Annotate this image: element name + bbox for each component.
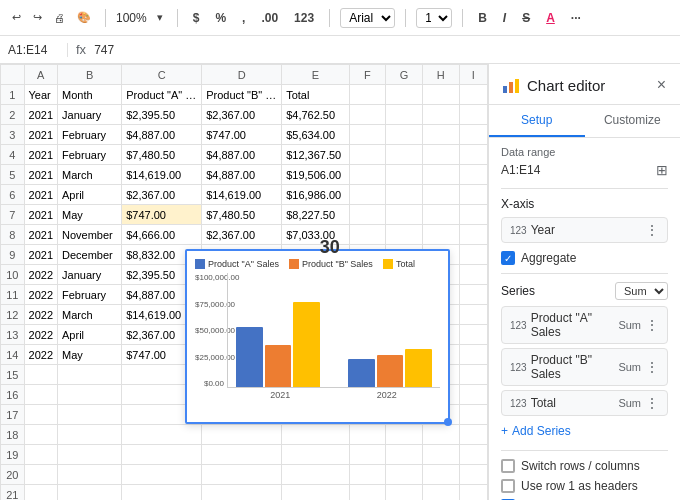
table-cell[interactable]: $4,762.50 bbox=[282, 105, 349, 125]
italic-button[interactable]: I bbox=[498, 9, 511, 27]
table-icon[interactable]: ⊞ bbox=[656, 162, 668, 178]
table-cell[interactable] bbox=[24, 465, 57, 485]
table-cell[interactable]: November bbox=[58, 225, 122, 245]
table-cell[interactable] bbox=[24, 485, 57, 501]
table-cell[interactable] bbox=[422, 205, 459, 225]
table-cell[interactable]: January bbox=[58, 105, 122, 125]
currency-button[interactable]: $ bbox=[188, 9, 205, 27]
table-cell[interactable] bbox=[24, 445, 57, 465]
table-cell[interactable]: $2,367.00 bbox=[202, 225, 282, 245]
table-cell[interactable]: $2,367.00 bbox=[202, 105, 282, 125]
col-header-d[interactable]: D bbox=[202, 65, 282, 85]
table-cell[interactable] bbox=[58, 425, 122, 445]
table-cell[interactable] bbox=[349, 485, 386, 501]
table-cell[interactable]: 2021 bbox=[24, 145, 57, 165]
table-cell[interactable]: Year bbox=[24, 85, 57, 105]
table-cell[interactable] bbox=[386, 225, 423, 245]
table-cell[interactable]: $4,887.00 bbox=[202, 165, 282, 185]
table-cell[interactable] bbox=[422, 465, 459, 485]
table-cell[interactable] bbox=[202, 465, 282, 485]
decimal-button[interactable]: .00 bbox=[256, 9, 283, 27]
table-cell[interactable] bbox=[422, 485, 459, 501]
table-cell[interactable]: $16,986.00 bbox=[282, 185, 349, 205]
table-cell[interactable]: $5,634.00 bbox=[282, 125, 349, 145]
table-cell[interactable] bbox=[422, 145, 459, 165]
table-cell[interactable] bbox=[459, 485, 487, 501]
table-cell[interactable]: March bbox=[58, 165, 122, 185]
strikethrough-button[interactable]: S bbox=[517, 9, 535, 27]
table-cell[interactable]: 2022 bbox=[24, 345, 57, 365]
col-header-i[interactable]: I bbox=[459, 65, 487, 85]
table-cell[interactable]: $2,395.50 bbox=[122, 105, 202, 125]
table-cell[interactable] bbox=[58, 465, 122, 485]
table-cell[interactable] bbox=[386, 165, 423, 185]
table-cell[interactable]: 2021 bbox=[24, 225, 57, 245]
zoom-level[interactable]: 100% bbox=[116, 11, 147, 25]
table-cell[interactable] bbox=[459, 465, 487, 485]
chart-resize-handle[interactable] bbox=[444, 418, 452, 426]
table-cell[interactable]: $2,367.00 bbox=[122, 185, 202, 205]
table-cell[interactable]: April bbox=[58, 325, 122, 345]
table-cell[interactable]: February bbox=[58, 145, 122, 165]
table-cell[interactable]: Product "B" Sales bbox=[202, 85, 282, 105]
bold-button[interactable]: B bbox=[473, 9, 492, 27]
table-cell[interactable] bbox=[422, 225, 459, 245]
table-cell[interactable] bbox=[422, 425, 459, 445]
table-cell[interactable]: 2021 bbox=[24, 105, 57, 125]
col-header-e[interactable]: E bbox=[282, 65, 349, 85]
table-cell[interactable]: $14,619.00 bbox=[122, 165, 202, 185]
table-cell[interactable]: 2021 bbox=[24, 185, 57, 205]
table-cell[interactable]: February bbox=[58, 125, 122, 145]
text-color-button[interactable]: A bbox=[541, 9, 560, 27]
series-row-b[interactable]: 123 Product "B" Sales Sum ⋮ bbox=[501, 348, 668, 386]
close-button[interactable]: × bbox=[655, 74, 668, 96]
table-cell[interactable]: 2021 bbox=[24, 125, 57, 145]
table-cell[interactable] bbox=[282, 425, 349, 445]
table-cell[interactable] bbox=[386, 145, 423, 165]
table-cell[interactable]: 2022 bbox=[24, 265, 57, 285]
table-cell[interactable] bbox=[386, 105, 423, 125]
table-cell[interactable] bbox=[349, 165, 386, 185]
table-cell[interactable]: March bbox=[58, 305, 122, 325]
table-cell[interactable] bbox=[422, 85, 459, 105]
table-cell[interactable] bbox=[459, 265, 487, 285]
table-cell[interactable] bbox=[459, 345, 487, 365]
series-agg-select[interactable]: Sum bbox=[615, 282, 668, 300]
table-cell[interactable] bbox=[459, 85, 487, 105]
print-button[interactable]: 🖨 bbox=[50, 10, 69, 26]
table-cell[interactable] bbox=[459, 405, 487, 425]
comma-button[interactable]: , bbox=[237, 9, 250, 27]
table-cell[interactable]: April bbox=[58, 185, 122, 205]
series-row-total[interactable]: 123 Total Sum ⋮ bbox=[501, 390, 668, 416]
table-cell[interactable]: January bbox=[58, 265, 122, 285]
table-cell[interactable] bbox=[386, 205, 423, 225]
table-cell[interactable] bbox=[386, 445, 423, 465]
table-cell[interactable] bbox=[349, 465, 386, 485]
table-cell[interactable] bbox=[349, 125, 386, 145]
table-cell[interactable]: May bbox=[58, 205, 122, 225]
table-cell[interactable] bbox=[459, 165, 487, 185]
col-header-b[interactable]: B bbox=[58, 65, 122, 85]
table-cell[interactable]: $4,887.00 bbox=[122, 125, 202, 145]
aggregate-checkbox[interactable]: ✓ bbox=[501, 251, 515, 265]
series-b-menu[interactable]: ⋮ bbox=[645, 359, 659, 375]
table-cell[interactable] bbox=[386, 425, 423, 445]
table-cell[interactable] bbox=[58, 385, 122, 405]
table-cell[interactable] bbox=[386, 125, 423, 145]
table-cell[interactable]: $4,887.00 bbox=[202, 145, 282, 165]
table-cell[interactable] bbox=[202, 445, 282, 465]
font-size-select[interactable]: 10 bbox=[416, 8, 452, 28]
table-cell[interactable]: $12,367.50 bbox=[282, 145, 349, 165]
undo-button[interactable]: ↩ bbox=[8, 9, 25, 26]
table-cell[interactable]: 2022 bbox=[24, 325, 57, 345]
table-cell[interactable]: 2022 bbox=[24, 305, 57, 325]
table-cell[interactable] bbox=[459, 285, 487, 305]
table-cell[interactable]: $7,480.50 bbox=[122, 145, 202, 165]
table-cell[interactable]: 2021 bbox=[24, 205, 57, 225]
table-cell[interactable] bbox=[122, 445, 202, 465]
table-cell[interactable] bbox=[459, 305, 487, 325]
table-cell[interactable]: 2021 bbox=[24, 165, 57, 185]
table-cell[interactable] bbox=[349, 225, 386, 245]
table-cell[interactable]: $8,227.50 bbox=[282, 205, 349, 225]
data-range-value[interactable]: A1:E14 bbox=[501, 163, 540, 177]
